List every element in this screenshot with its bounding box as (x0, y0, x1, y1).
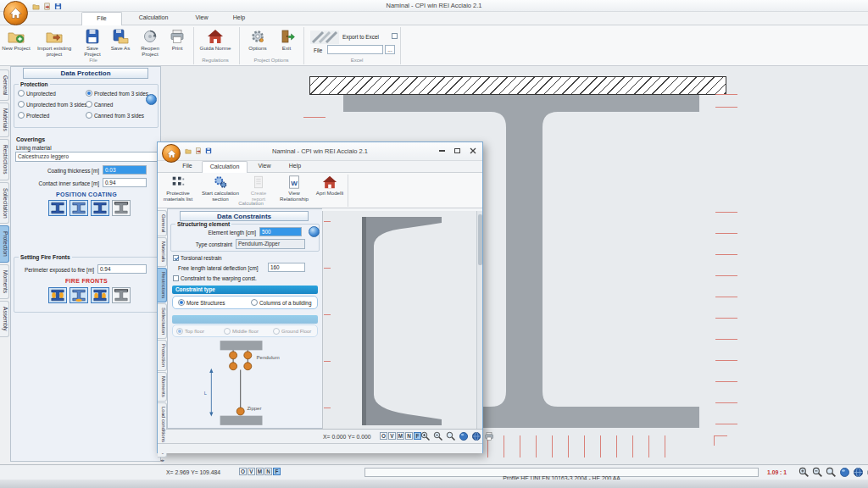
main-side-tab-protection[interactable]: Protection (0, 225, 9, 263)
save-as-button[interactable]: Save As (108, 28, 132, 52)
radio-unprotected-3-sides[interactable]: Unprotected from 3 sides (18, 101, 86, 108)
coating-position-option-3[interactable] (91, 200, 109, 216)
dialog-tab-view[interactable]: View (251, 161, 278, 173)
main-tab-calculation[interactable]: Calculation (127, 12, 180, 25)
zoom-in-icon[interactable] (420, 431, 431, 441)
export-to-excel-checkbox[interactable] (392, 33, 398, 39)
protection-info-button[interactable] (146, 94, 157, 105)
qat-save-icon[interactable] (205, 147, 212, 154)
dialog-tab-calculation[interactable]: Calculation (202, 161, 248, 173)
qat-import-icon[interactable] (195, 147, 202, 154)
dialog-tab-help[interactable]: Help (281, 161, 309, 173)
view-relationship-button[interactable]: W View Relationship (275, 175, 314, 202)
zoom-extents-icon[interactable] (446, 431, 456, 441)
dialog-app-logo-icon[interactable] (162, 144, 181, 163)
torsional-restrain-checkbox[interactable] (173, 255, 179, 261)
main-side-tab-moments[interactable]: Moments (0, 264, 9, 299)
apri-modelli-button[interactable]: Apri Modelli (315, 175, 344, 197)
fire-front-option-1[interactable] (48, 287, 67, 303)
dialog-tab-file[interactable]: File (175, 161, 200, 173)
reopen-project-button[interactable]: Reopen Project (134, 28, 166, 58)
protective-materials-list-button[interactable]: Protective materials list (159, 175, 197, 202)
perimeter-input[interactable]: 0.94 (97, 264, 147, 274)
qat-save-icon[interactable] (54, 3, 62, 10)
main-tab-view[interactable]: View (185, 12, 219, 25)
view-mode-o-button[interactable]: O (380, 432, 387, 440)
view-mode-m-button[interactable]: M (397, 432, 404, 440)
zoom-out-icon[interactable] (812, 467, 823, 478)
fire-front-option-2[interactable] (70, 287, 88, 303)
sphere-view-icon[interactable] (459, 431, 469, 441)
excel-browse-button[interactable]: ... (385, 45, 395, 54)
qat-open-icon[interactable] (32, 3, 40, 10)
coating-position-option-2[interactable] (70, 200, 88, 216)
main-side-tab-restrictions[interactable]: Restrictions (0, 139, 9, 180)
excel-file-input[interactable] (327, 45, 383, 54)
view-mode-f-button[interactable]: F (273, 468, 281, 475)
free-length-input[interactable]: 160 (268, 263, 305, 272)
zoom-extents-icon[interactable] (826, 467, 837, 478)
view-mode-n-button[interactable]: N (264, 468, 272, 475)
close-button[interactable] (466, 146, 479, 156)
side-tab-scroll-arrows[interactable]: ◂▸ (158, 458, 167, 467)
warping-checkbox[interactable] (173, 275, 179, 281)
radio-more-structures[interactable]: More Structures (178, 299, 225, 306)
zoom-out-icon[interactable] (433, 431, 443, 441)
import-existing-project-button[interactable]: Import existing project (32, 28, 76, 58)
qat-import-icon[interactable] (43, 3, 51, 10)
main-side-tab-materials[interactable]: Materials (0, 103, 9, 137)
torsional-restrain-checkbox-row[interactable]: Torsional restrain (173, 255, 222, 261)
view-mode-v-button[interactable]: V (248, 468, 255, 475)
type-constraint-select[interactable]: Pendulum-Zipper (236, 239, 305, 249)
coating-thickness-input[interactable]: 0.03 (103, 165, 147, 175)
radio-protected-3-sides[interactable]: Protected from 3 sides (86, 90, 148, 97)
dialog-drawing-area[interactable] (322, 211, 476, 429)
radio-columns-of-building[interactable]: Columns of a building (251, 299, 311, 306)
main-side-tab-general[interactable]: General (0, 69, 9, 101)
view-mode-v-button[interactable]: V (388, 432, 396, 440)
view-mode-n-button[interactable]: N (405, 432, 413, 440)
fire-front-option-4[interactable] (112, 287, 131, 303)
element-length-info-button[interactable] (309, 226, 320, 237)
dialog-side-tab-materials[interactable]: Materials (158, 237, 167, 266)
exit-button[interactable]: Exit (275, 28, 298, 52)
guida-norme-button[interactable]: Guida Norme (197, 28, 234, 52)
start-calculation-section-button[interactable]: Start calculation section (198, 175, 242, 202)
view-mode-m-button[interactable]: M (256, 468, 264, 475)
maximize-button[interactable] (451, 146, 464, 156)
coating-position-option-1[interactable] (48, 200, 67, 216)
element-length-input[interactable]: 500 (259, 227, 302, 236)
dialog-side-tab-general[interactable]: General (158, 210, 167, 236)
new-project-button[interactable]: New Project (2, 28, 31, 52)
radio-protected[interactable]: Protected (18, 112, 49, 119)
radio-canned[interactable]: Canned (86, 101, 113, 108)
dialog-side-tab-protection[interactable]: Protection (158, 340, 167, 371)
main-tab-help[interactable]: Help (222, 12, 256, 25)
save-project-button[interactable]: Save Project (78, 28, 107, 58)
warping-checkbox-row[interactable]: Constraint to the warping const. (173, 275, 257, 281)
contact-inner-surface-input[interactable]: 0.94 (103, 178, 147, 187)
dialog-side-tab-restrictions[interactable]: Restrictions (158, 268, 167, 302)
radio-unprotected[interactable]: Unprotected (18, 90, 56, 97)
dialog-side-tab-sollecitation[interactable]: Sollecitation (158, 303, 167, 339)
dialog-side-tab-moments[interactable]: Moments (158, 372, 167, 402)
qat-open-icon[interactable] (185, 147, 192, 154)
fire-front-option-3[interactable] (91, 287, 109, 303)
globe-view-icon[interactable] (853, 467, 864, 478)
radio-canned-3-sides[interactable]: Canned from 3 sides (86, 112, 144, 119)
view-mode-o-button[interactable]: O (239, 468, 247, 475)
print-view-icon[interactable] (484, 431, 494, 441)
main-side-tab-assembly[interactable]: Assembly (0, 301, 9, 337)
minimize-button[interactable] (436, 146, 448, 156)
options-button[interactable]: Options (242, 28, 273, 52)
globe-view-icon[interactable] (471, 431, 481, 441)
coating-position-option-4[interactable] (112, 200, 131, 216)
zoom-in-icon[interactable] (798, 467, 810, 478)
main-side-tab-sollecitation[interactable]: Sollecitation (0, 182, 9, 225)
sphere-view-icon[interactable] (839, 467, 850, 478)
dialog-vertical-scrollbar[interactable] (476, 211, 482, 429)
scrollbar-thumb[interactable] (478, 214, 482, 265)
print-button[interactable]: Print (166, 28, 188, 52)
main-tab-file[interactable]: File (81, 12, 122, 25)
app-logo-icon[interactable] (3, 1, 28, 25)
